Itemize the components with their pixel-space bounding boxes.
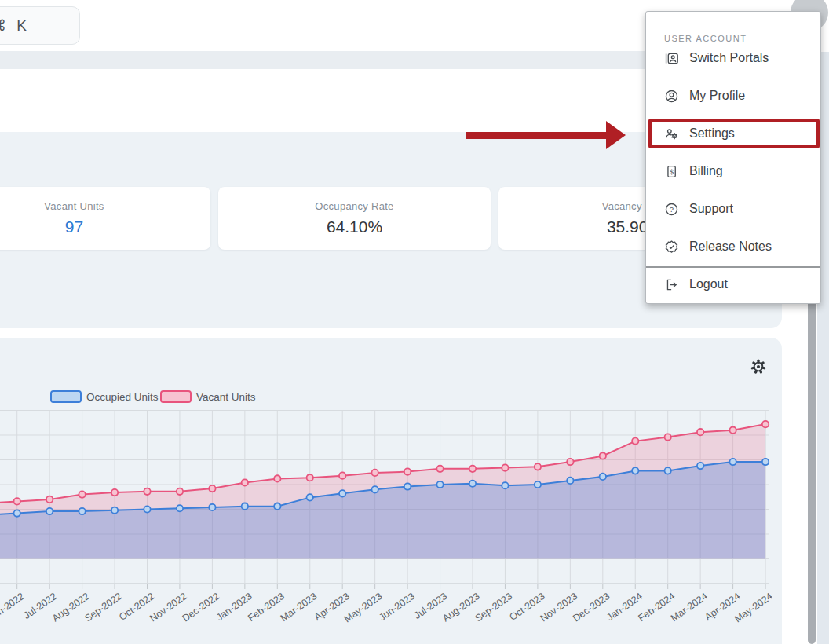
data-point-marker xyxy=(14,510,20,516)
data-point-marker xyxy=(274,503,280,510)
data-point-marker xyxy=(436,466,443,472)
menu-item-my-profile[interactable]: My Profile xyxy=(646,77,820,115)
data-point-marker xyxy=(762,459,769,465)
shortcut-keys: ⌘ K xyxy=(0,16,30,35)
switch-portals-icon xyxy=(664,51,679,66)
svg-text:?: ? xyxy=(670,204,674,213)
data-point-marker xyxy=(274,475,280,481)
data-point-marker xyxy=(79,508,85,514)
svg-text:$: $ xyxy=(670,167,674,175)
data-point-marker xyxy=(242,479,248,485)
data-point-marker xyxy=(469,466,476,472)
data-point-marker xyxy=(697,429,703,435)
data-point-marker xyxy=(600,452,606,459)
x-axis-label: Mar-2023 xyxy=(279,591,320,624)
stat-label: Vacant Units xyxy=(44,200,104,212)
menu-item-label: Settings xyxy=(689,126,735,141)
legend-swatch[interactable] xyxy=(51,391,81,402)
stat-value: 64.10% xyxy=(327,218,382,236)
x-axis-label: Sep-2022 xyxy=(82,591,123,624)
data-point-marker xyxy=(144,506,150,512)
data-point-marker xyxy=(469,481,476,487)
data-point-marker xyxy=(697,463,703,469)
menu-item-label: My Profile xyxy=(689,89,745,103)
menu-item-label: Support xyxy=(689,202,733,216)
x-axis-label: Jun-2023 xyxy=(377,591,417,623)
data-point-marker xyxy=(600,474,606,480)
x-axis-label: Dec-2023 xyxy=(571,591,612,624)
data-point-marker xyxy=(665,467,671,474)
data-point-marker xyxy=(436,481,443,488)
data-point-marker xyxy=(79,491,85,497)
data-point-marker xyxy=(371,486,378,492)
stat-card: Vacant Units97 xyxy=(0,187,210,250)
user-account-menu: USER ACCOUNT Switch PortalsMy ProfileSet… xyxy=(645,11,821,304)
data-point-marker xyxy=(632,467,638,474)
data-point-marker xyxy=(729,427,736,434)
data-point-marker xyxy=(307,494,313,500)
data-point-marker xyxy=(632,437,638,444)
legend-label[interactable]: Vacant Units xyxy=(196,391,256,403)
data-point-marker xyxy=(14,498,20,504)
data-point-marker xyxy=(371,470,378,476)
data-point-marker xyxy=(177,505,183,511)
support-icon: ? xyxy=(664,202,679,217)
menu-item-label: Logout xyxy=(689,277,728,291)
billing-icon: $ xyxy=(664,164,679,179)
release-notes-icon xyxy=(664,240,679,254)
menu-item-label: Release Notes xyxy=(689,240,772,254)
menu-item-support[interactable]: ?Support xyxy=(646,190,820,228)
legend-swatch[interactable] xyxy=(161,391,191,402)
menu-item-label: Billing xyxy=(689,164,723,178)
data-point-marker xyxy=(242,503,248,510)
data-point-marker xyxy=(567,459,573,465)
data-point-marker xyxy=(46,508,53,514)
x-axis-label: Mar-2024 xyxy=(669,591,710,624)
data-point-marker xyxy=(567,478,573,484)
annotation-arrow-head xyxy=(606,121,626,149)
legend-label[interactable]: Occupied Units xyxy=(86,391,159,403)
my-profile-icon xyxy=(664,89,679,104)
data-point-marker xyxy=(209,504,215,510)
data-point-marker xyxy=(535,481,541,488)
search-shortcut-chip[interactable]: ⌘ K xyxy=(0,6,80,45)
x-axis-label: Dec-2022 xyxy=(181,591,221,624)
data-point-marker xyxy=(144,488,150,495)
chart-panel: Jun-2022Jul-2022Aug-2022Sep-2022Oct-2022… xyxy=(0,338,782,644)
data-point-marker xyxy=(111,507,118,514)
data-point-marker xyxy=(307,474,313,481)
stat-card: Occupancy Rate64.10% xyxy=(218,187,491,250)
data-point-marker xyxy=(404,468,411,474)
settings-icon xyxy=(664,126,679,141)
chart-settings-gear-icon[interactable] xyxy=(749,357,768,376)
data-point-marker xyxy=(502,464,508,470)
annotation-arrow xyxy=(466,132,608,139)
logout-icon xyxy=(664,277,679,292)
occupancy-area-chart: Jun-2022Jul-2022Aug-2022Sep-2022Oct-2022… xyxy=(0,338,782,644)
data-point-marker xyxy=(665,434,671,440)
data-point-marker xyxy=(209,485,215,492)
menu-item-switch-portals[interactable]: Switch Portals xyxy=(646,39,820,77)
data-point-marker xyxy=(339,472,345,478)
stat-value: 97 xyxy=(65,218,83,236)
menu-item-label: Switch Portals xyxy=(689,51,769,65)
data-point-marker xyxy=(339,490,345,496)
data-point-marker xyxy=(502,482,508,488)
x-axis-label: Sep-2023 xyxy=(473,591,514,624)
data-point-marker xyxy=(535,463,541,470)
menu-item-billing[interactable]: $Billing xyxy=(646,152,820,190)
data-point-marker xyxy=(729,459,736,465)
data-point-marker xyxy=(404,483,411,489)
stat-label: Occupancy Rate xyxy=(315,200,393,212)
data-point-marker xyxy=(111,489,118,496)
menu-item-logout[interactable]: Logout xyxy=(646,265,820,303)
data-point-marker xyxy=(177,488,183,495)
x-axis-label: Jun-2022 xyxy=(0,591,26,623)
data-point-marker xyxy=(46,496,53,503)
data-point-marker xyxy=(762,421,769,427)
menu-item-release-notes[interactable]: Release Notes xyxy=(646,228,820,265)
menu-item-settings[interactable]: Settings xyxy=(646,115,820,152)
